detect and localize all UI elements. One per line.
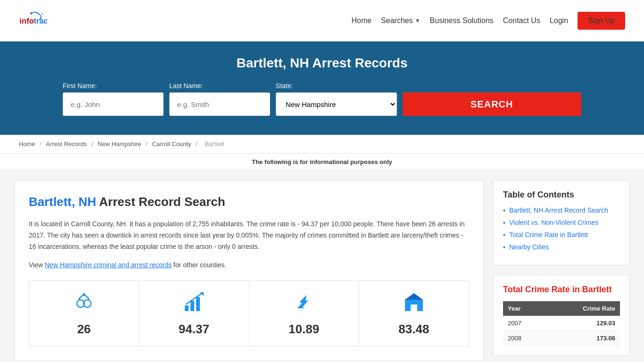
breadcrumb: Home / Arrest Records / New Hampshire / … bbox=[0, 135, 644, 154]
nav-searches[interactable]: Searches ▼ bbox=[381, 16, 420, 25]
svg-rect-10 bbox=[196, 297, 200, 311]
stat-crime-rate: 94.37 bbox=[139, 281, 249, 346]
state-group: State: New Hampshire bbox=[276, 82, 397, 116]
svg-marker-14 bbox=[405, 293, 423, 300]
breadcrumb-arrest-records[interactable]: Arrest Records bbox=[46, 140, 87, 148]
violent-icon bbox=[254, 290, 354, 318]
breadcrumb-bartlett: Bartlett bbox=[205, 140, 224, 148]
arrests-value: 26 bbox=[34, 322, 134, 337]
description-paragraph: It is located in Carroll County, NH. It … bbox=[29, 219, 469, 252]
logo-icon: info tracer ™ bbox=[19, 7, 47, 35]
crime-rate-value: 94.37 bbox=[144, 322, 244, 337]
state-label: State: bbox=[276, 82, 293, 90]
nav-signup[interactable]: Sign Up bbox=[578, 12, 625, 30]
crime-rate-card: Total Crime Rate in Bartlett Year Crime … bbox=[493, 275, 630, 356]
breadcrumb-sep4: / bbox=[196, 140, 199, 148]
toc-item-2: Violent vs. Non-Violent Crimes bbox=[503, 219, 620, 226]
arrests-icon bbox=[34, 290, 134, 318]
crime-rate-table: Year Crime Rate 2007 129.03 2008 173.06 bbox=[503, 301, 620, 346]
year-2007: 2007 bbox=[503, 316, 545, 331]
violent-value: 10.89 bbox=[254, 322, 354, 337]
main-nav: Home Searches ▼ Business Solutions Conta… bbox=[351, 12, 625, 30]
stats-row: 26 94.37 bbox=[29, 280, 469, 346]
nav-business-solutions[interactable]: Business Solutions bbox=[430, 16, 494, 25]
nav-contact-us[interactable]: Contact Us bbox=[503, 16, 540, 25]
svg-rect-9 bbox=[190, 301, 194, 311]
toc-link-4[interactable]: Nearby Cities bbox=[509, 243, 549, 251]
searches-dropdown-icon: ▼ bbox=[415, 17, 421, 24]
crime-rate-title: Total Crime Rate in Bartlett bbox=[503, 285, 620, 295]
table-row: 2007 129.03 bbox=[503, 316, 620, 331]
toc-card: Table of Contents Bartlett, NH Arrest Re… bbox=[493, 180, 630, 265]
hero-section: Bartlett, NH Arrest Records First Name: … bbox=[0, 41, 644, 135]
content-area: Bartlett, NH Arrest Record Search It is … bbox=[14, 180, 484, 361]
svg-point-7 bbox=[83, 293, 85, 296]
heading-city: Bartlett, NH bbox=[29, 195, 96, 209]
logo-area: info tracer ™ bbox=[19, 7, 47, 35]
first-name-label: First Name: bbox=[63, 82, 97, 90]
stat-property: 83.48 bbox=[359, 281, 469, 346]
toc-item-3: Total Crime Rate in Bartlett bbox=[503, 231, 620, 239]
search-form: First Name: Last Name: State: New Hampsh… bbox=[63, 82, 581, 116]
year-2008: 2008 bbox=[503, 331, 545, 346]
crime-table-header-row: Year Crime Rate bbox=[503, 301, 620, 316]
col-rate: Crime Rate bbox=[545, 301, 620, 316]
breadcrumb-carroll-county[interactable]: Carroll County bbox=[152, 140, 191, 148]
sidebar: Table of Contents Bartlett, NH Arrest Re… bbox=[493, 180, 630, 361]
nav-login[interactable]: Login bbox=[550, 16, 568, 25]
svg-point-2 bbox=[30, 12, 33, 15]
svg-text:™: ™ bbox=[41, 13, 44, 16]
view-text: View bbox=[29, 261, 45, 269]
rate-2007: 129.03 bbox=[545, 316, 620, 331]
stat-arrests: 26 bbox=[29, 281, 139, 346]
breadcrumb-sep1: / bbox=[40, 140, 43, 148]
breadcrumb-new-hampshire[interactable]: New Hampshire bbox=[98, 140, 141, 148]
main-layout: Bartlett, NH Arrest Record Search It is … bbox=[0, 171, 644, 362]
first-name-input[interactable] bbox=[63, 92, 164, 116]
toc-link-1[interactable]: Bartlett, NH Arrest Record Search bbox=[509, 206, 608, 214]
breadcrumb-sep2: / bbox=[91, 140, 95, 148]
toc-item-1: Bartlett, NH Arrest Record Search bbox=[503, 206, 620, 214]
hero-title: Bartlett, NH Arrest Records bbox=[19, 56, 625, 71]
info-banner: The following is for informational purpo… bbox=[0, 154, 644, 171]
property-value: 83.48 bbox=[364, 322, 464, 337]
svg-text:info: info bbox=[20, 16, 34, 25]
last-name-input[interactable] bbox=[169, 92, 270, 116]
svg-rect-8 bbox=[185, 305, 189, 311]
col-year: Year bbox=[503, 301, 545, 316]
toc-link-3[interactable]: Total Crime Rate in Bartlett bbox=[509, 231, 588, 239]
toc-list: Bartlett, NH Arrest Record Search Violen… bbox=[503, 206, 620, 251]
last-name-label: Last Name: bbox=[169, 82, 203, 90]
breadcrumb-home[interactable]: Home bbox=[19, 140, 35, 148]
toc-link-2[interactable]: Violent vs. Non-Violent Crimes bbox=[509, 219, 598, 226]
nav-home[interactable]: Home bbox=[351, 16, 372, 25]
stat-violent: 10.89 bbox=[249, 281, 359, 346]
nh-link-paragraph: View New Hampshire criminal and arrest r… bbox=[29, 260, 469, 271]
first-name-group: First Name: bbox=[63, 82, 164, 116]
page-heading: Bartlett, NH Arrest Record Search bbox=[29, 195, 469, 209]
breadcrumb-sep3: / bbox=[146, 140, 149, 148]
view-text2: for other counties. bbox=[172, 261, 226, 269]
search-button[interactable]: SEARCH bbox=[403, 92, 581, 116]
toc-item-4: Nearby Cities bbox=[503, 243, 620, 251]
rate-2008: 173.06 bbox=[545, 331, 620, 346]
nh-criminal-link[interactable]: New Hampshire criminal and arrest record… bbox=[45, 261, 172, 269]
toc-title: Table of Contents bbox=[503, 190, 620, 200]
svg-rect-13 bbox=[411, 304, 417, 311]
state-select[interactable]: New Hampshire bbox=[276, 92, 397, 116]
svg-text:tracer: tracer bbox=[34, 16, 48, 25]
heading-rest: Arrest Record Search bbox=[96, 195, 225, 209]
site-header: info tracer ™ Home Searches ▼ Business S… bbox=[0, 0, 644, 41]
crime-rate-icon bbox=[144, 290, 244, 318]
last-name-group: Last Name: bbox=[169, 82, 270, 116]
table-row: 2008 173.06 bbox=[503, 331, 620, 346]
property-icon bbox=[364, 290, 464, 318]
